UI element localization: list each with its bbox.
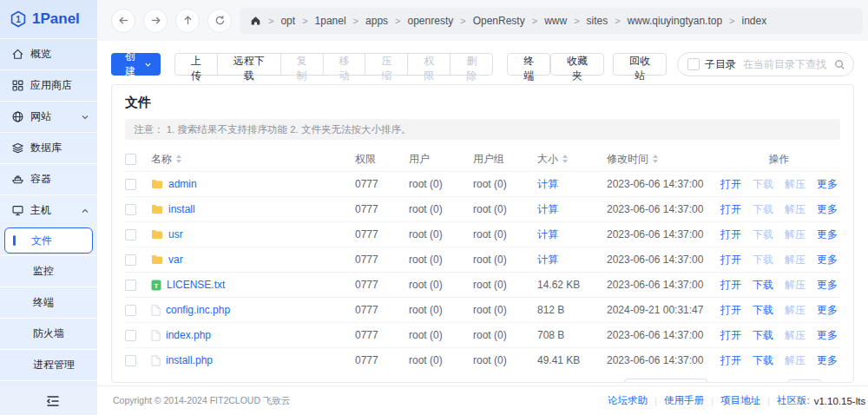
sidebar-item-firewall[interactable]: 防火墙 bbox=[0, 318, 97, 349]
nav-back-button[interactable] bbox=[111, 9, 135, 33]
breadcrumb-segment[interactable]: www bbox=[544, 15, 567, 27]
download-link[interactable]: 下载 bbox=[753, 278, 773, 293]
sidebar-item-process[interactable]: 进程管理 bbox=[0, 349, 97, 380]
open-link[interactable]: 打开 bbox=[720, 202, 741, 217]
open-link[interactable]: 打开 bbox=[720, 303, 741, 318]
select-all-checkbox[interactable] bbox=[125, 154, 136, 165]
file-name-link[interactable]: var bbox=[168, 254, 183, 266]
row-checkbox[interactable] bbox=[125, 305, 136, 316]
calculate-size-link[interactable]: 计算 bbox=[537, 253, 607, 267]
sidebar-item-host[interactable]: 主机 bbox=[0, 194, 97, 226]
file-name-link[interactable]: install.php bbox=[166, 354, 213, 366]
footer-link[interactable]: 项目地址 bbox=[720, 394, 760, 407]
table-row[interactable]: index.php0777root (0)root (0)708 B2023-0… bbox=[125, 322, 840, 347]
open-link[interactable]: 打开 bbox=[720, 227, 741, 242]
open-link[interactable]: 打开 bbox=[720, 177, 741, 192]
calculate-size-link[interactable]: 计算 bbox=[537, 227, 607, 242]
table-row[interactable]: usr0777root (0)root (0)计算2023-06-06 14:3… bbox=[125, 221, 840, 247]
sidebar-item-app-store[interactable]: 应用商店 bbox=[0, 69, 97, 101]
breadcrumb-segment[interactable]: index bbox=[742, 15, 767, 27]
more-link[interactable]: 更多 bbox=[817, 253, 838, 267]
file-name-link[interactable]: LICENSE.txt bbox=[167, 279, 225, 291]
download-link[interactable]: 下载 bbox=[753, 303, 773, 318]
more-link[interactable]: 更多 bbox=[817, 202, 838, 217]
header-size[interactable]: 大小 bbox=[537, 152, 607, 167]
sidebar-item-terminal[interactable]: 终端 bbox=[0, 287, 97, 318]
breadcrumb-home-icon[interactable] bbox=[250, 15, 261, 26]
table-row[interactable]: install.php0777root (0)root (0)49.41 KB2… bbox=[125, 347, 840, 372]
more-link[interactable]: 更多 bbox=[817, 177, 838, 192]
sidebar-item-label: 数据库 bbox=[30, 141, 62, 155]
sort-icon[interactable] bbox=[176, 155, 181, 163]
subdir-checkbox[interactable] bbox=[687, 58, 700, 70]
brand-logo[interactable]: 1 1Panel bbox=[0, 0, 97, 38]
open-link[interactable]: 打开 bbox=[720, 253, 741, 267]
row-checkbox[interactable] bbox=[125, 179, 136, 190]
calculate-size-link[interactable]: 计算 bbox=[537, 177, 607, 192]
terminal-button[interactable]: 终端 bbox=[507, 53, 550, 76]
more-link[interactable]: 更多 bbox=[817, 227, 838, 242]
row-checkbox[interactable] bbox=[125, 254, 136, 266]
row-checkbox[interactable] bbox=[125, 204, 136, 215]
sidebar-item-database[interactable]: 数据库 bbox=[0, 132, 97, 163]
open-link[interactable]: 打开 bbox=[720, 353, 741, 368]
file-toolbar: 创建 上传远程下载复制移动压缩权限删除 终端 收藏夹 回收站 子目录 bbox=[97, 41, 868, 84]
sidebar-item-files[interactable]: 文件 bbox=[4, 227, 93, 254]
breadcrumb-segment[interactable]: OpenResty bbox=[473, 15, 525, 27]
row-checkbox[interactable] bbox=[125, 355, 136, 366]
toolbar-button-上传[interactable]: 上传 bbox=[174, 53, 218, 76]
breadcrumb-segment[interactable]: 1panel bbox=[315, 15, 346, 27]
header-mtime[interactable]: 修改时间 bbox=[607, 152, 718, 167]
breadcrumb-segment[interactable]: openresty bbox=[408, 15, 454, 27]
footer-link[interactable]: 使用手册 bbox=[664, 394, 704, 407]
breadcrumb-segment[interactable]: opt bbox=[280, 15, 295, 27]
favorites-button[interactable]: 收藏夹 bbox=[550, 53, 604, 76]
open-link[interactable]: 打开 bbox=[720, 328, 741, 343]
table-row[interactable]: var0777root (0)root (0)计算2023-06-06 14:3… bbox=[125, 247, 840, 272]
row-checkbox[interactable] bbox=[125, 330, 136, 341]
more-link[interactable]: 更多 bbox=[817, 328, 838, 343]
sidebar-item-monitor[interactable]: 监控 bbox=[0, 255, 97, 287]
sidebar-item-container[interactable]: 容器 bbox=[0, 163, 97, 194]
more-link[interactable]: 更多 bbox=[817, 303, 838, 318]
more-link[interactable]: 更多 bbox=[817, 278, 838, 293]
footer-link[interactable]: 论坛求助 bbox=[608, 394, 648, 407]
edition-link[interactable]: 社区版: bbox=[777, 394, 810, 407]
table-row[interactable]: admin0777root (0)root (0)计算2023-06-06 14… bbox=[125, 171, 840, 196]
file-name-link[interactable]: usr bbox=[168, 228, 183, 240]
nav-refresh-button[interactable] bbox=[207, 9, 232, 33]
header-name[interactable]: 名称 bbox=[151, 152, 355, 167]
file-name-link[interactable]: admin bbox=[168, 178, 197, 190]
table-row[interactable]: install0777root (0)root (0)计算2023-06-06 … bbox=[125, 196, 840, 221]
download-link[interactable]: 下载 bbox=[753, 353, 773, 368]
calculate-size-link[interactable]: 计算 bbox=[537, 202, 607, 217]
sidebar-item-overview[interactable]: 概览 bbox=[0, 38, 97, 69]
goto-page-input[interactable] bbox=[787, 379, 822, 383]
breadcrumb-segment[interactable]: www.qiuyingtyan.top bbox=[628, 15, 722, 27]
sort-icon[interactable] bbox=[653, 155, 658, 163]
group-cell: root (0) bbox=[473, 354, 537, 366]
table-row[interactable]: config.inc.php0777root (0)root (0)812 B2… bbox=[125, 297, 840, 322]
recycle-bin-button[interactable]: 回收站 bbox=[613, 53, 667, 76]
sidebar-item-website[interactable]: 网站 bbox=[0, 101, 97, 132]
breadcrumb-segment[interactable]: sites bbox=[587, 15, 608, 27]
breadcrumb-segment[interactable]: apps bbox=[365, 15, 388, 27]
nav-up-button[interactable] bbox=[175, 9, 200, 33]
open-link[interactable]: 打开 bbox=[720, 278, 741, 293]
more-link[interactable]: 更多 bbox=[817, 353, 838, 368]
search-input[interactable] bbox=[741, 57, 829, 71]
nav-forward-button[interactable] bbox=[143, 9, 168, 33]
row-checkbox[interactable] bbox=[125, 229, 136, 240]
sidebar-collapse-button[interactable] bbox=[0, 386, 97, 415]
table-row[interactable]: TLICENSE.txt0777root (0)root (0)14.62 KB… bbox=[125, 272, 840, 297]
file-name-link[interactable]: index.php bbox=[166, 329, 211, 341]
search-icon[interactable] bbox=[834, 59, 845, 70]
create-button[interactable]: 创建 bbox=[111, 53, 161, 76]
row-checkbox[interactable] bbox=[125, 280, 136, 291]
toolbar-button-远程下载[interactable]: 远程下载 bbox=[217, 53, 281, 76]
sort-icon[interactable] bbox=[562, 155, 568, 163]
page-size-select[interactable]: 100条/页 bbox=[624, 379, 707, 383]
file-name-link[interactable]: config.inc.php bbox=[166, 304, 230, 316]
file-name-link[interactable]: install bbox=[168, 203, 195, 215]
download-link[interactable]: 下载 bbox=[753, 328, 773, 343]
